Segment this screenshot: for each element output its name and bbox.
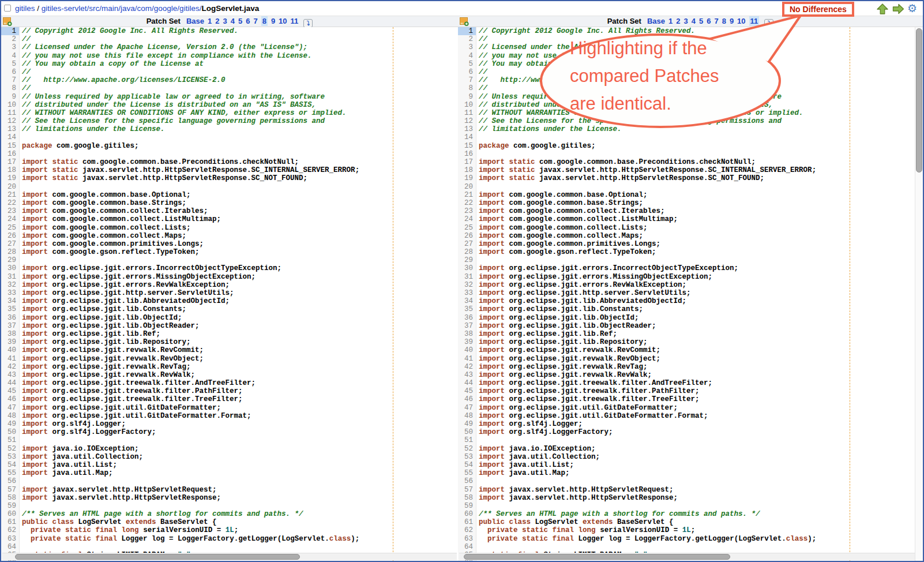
line-number[interactable]: 8 <box>458 84 476 92</box>
line-number[interactable]: 41 <box>1 355 20 363</box>
line-number[interactable]: 39 <box>1 338 20 346</box>
line-number[interactable]: 55 <box>458 469 476 477</box>
line-number[interactable]: 19 <box>1 174 20 182</box>
line-number[interactable]: 26 <box>458 232 476 240</box>
line-number[interactable]: 40 <box>1 346 20 354</box>
line-number[interactable]: 17 <box>458 158 476 166</box>
line-number[interactable]: 57 <box>1 486 20 494</box>
line-number[interactable]: 14 <box>1 133 20 141</box>
line-number[interactable]: 63 <box>1 535 20 543</box>
line-number[interactable]: 34 <box>458 297 476 305</box>
line-number[interactable]: 36 <box>458 314 476 322</box>
line-number[interactable]: 54 <box>1 461 20 469</box>
line-number[interactable]: 25 <box>1 224 20 232</box>
line-number[interactable]: 42 <box>1 363 20 371</box>
line-number[interactable]: 47 <box>1 404 20 412</box>
line-number[interactable]: 52 <box>1 445 20 453</box>
patch-set-link-10[interactable]: 10 <box>737 17 745 25</box>
line-number[interactable]: 22 <box>458 199 476 207</box>
download-patch-icon[interactable]: ⤵ <box>764 19 773 28</box>
line-number[interactable]: 36 <box>1 314 20 322</box>
line-number[interactable]: 1 <box>1 27 20 35</box>
line-number[interactable]: 29 <box>1 256 20 264</box>
line-number[interactable]: 20 <box>1 183 20 191</box>
patch-set-link-6[interactable]: 6 <box>707 17 711 25</box>
line-number[interactable]: 2 <box>458 35 476 43</box>
horizontal-scrollbar-left[interactable] <box>2 553 457 560</box>
line-number[interactable]: 9 <box>458 93 476 101</box>
line-number[interactable]: 11 <box>1 109 20 117</box>
line-number[interactable]: 21 <box>1 191 20 199</box>
patch-set-link-5[interactable]: 5 <box>699 17 703 25</box>
patch-set-link-base[interactable]: Base <box>186 17 204 25</box>
line-number[interactable]: 45 <box>1 387 20 395</box>
patch-set-link-11[interactable]: 11 <box>291 17 299 25</box>
line-number[interactable]: 44 <box>1 379 20 387</box>
line-number[interactable]: 52 <box>458 445 476 453</box>
line-number[interactable]: 10 <box>1 101 20 109</box>
patch-set-link-1[interactable]: 1 <box>668 17 673 25</box>
line-number[interactable]: 48 <box>458 412 476 420</box>
patch-set-link-7[interactable]: 7 <box>253 17 257 25</box>
line-number[interactable]: 55 <box>1 469 20 477</box>
patch-set-link-4[interactable]: 4 <box>692 17 696 25</box>
line-number[interactable]: 46 <box>1 395 20 403</box>
line-number[interactable]: 6 <box>1 68 20 76</box>
patch-set-link-3[interactable]: 3 <box>223 17 227 25</box>
line-number[interactable]: 51 <box>458 436 476 444</box>
line-number[interactable]: 33 <box>458 289 476 297</box>
line-number[interactable]: 2 <box>1 35 20 43</box>
line-number[interactable]: 49 <box>458 420 476 428</box>
line-number[interactable]: 6 <box>458 68 476 76</box>
line-number[interactable]: 58 <box>458 494 476 502</box>
line-number[interactable]: 9 <box>1 93 20 101</box>
line-number[interactable]: 30 <box>1 264 20 272</box>
line-number[interactable]: 53 <box>458 453 476 461</box>
patch-set-link-11[interactable]: 11 <box>749 16 760 26</box>
line-number[interactable]: 7 <box>1 76 20 84</box>
line-number[interactable]: 63 <box>458 535 476 543</box>
next-file-icon[interactable] <box>892 3 904 14</box>
line-number[interactable]: 27 <box>458 240 476 248</box>
patch-set-link-2[interactable]: 2 <box>215 17 219 25</box>
line-number[interactable]: 25 <box>458 224 476 232</box>
line-number[interactable]: 59 <box>458 502 476 510</box>
line-number[interactable]: 39 <box>458 338 476 346</box>
patch-set-link-7[interactable]: 7 <box>714 17 718 25</box>
line-number[interactable]: 61 <box>458 518 476 526</box>
horizontal-scrollbar-thumb[interactable] <box>464 554 730 560</box>
line-number[interactable]: 26 <box>1 232 20 240</box>
line-number[interactable]: 8 <box>1 84 20 92</box>
line-number[interactable]: 21 <box>458 191 476 199</box>
line-number[interactable]: 58 <box>1 494 20 502</box>
line-number[interactable]: 15 <box>1 142 20 150</box>
file-reviewed-checkbox[interactable] <box>4 5 11 12</box>
line-number[interactable]: 5 <box>1 60 20 68</box>
line-number[interactable]: 15 <box>458 142 476 150</box>
line-number[interactable]: 41 <box>458 355 476 363</box>
line-number[interactable]: 38 <box>1 330 20 338</box>
line-number[interactable]: 43 <box>1 371 20 379</box>
line-number[interactable]: 57 <box>458 486 476 494</box>
line-number[interactable]: 22 <box>1 199 20 207</box>
line-number[interactable]: 50 <box>458 428 476 436</box>
line-number[interactable]: 44 <box>458 379 476 387</box>
line-number[interactable]: 29 <box>458 256 476 264</box>
patch-set-link-base[interactable]: Base <box>647 17 665 25</box>
download-patch-icon[interactable]: ⤵ <box>303 19 313 28</box>
patch-set-link-1[interactable]: 1 <box>208 17 212 25</box>
line-number[interactable]: 40 <box>458 346 476 354</box>
line-number[interactable]: 56 <box>1 477 20 485</box>
line-number[interactable]: 59 <box>1 502 20 510</box>
line-number[interactable]: 19 <box>458 174 476 182</box>
line-number[interactable]: 23 <box>458 207 476 215</box>
line-number[interactable]: 47 <box>458 404 476 412</box>
vertical-scrollbar[interactable] <box>915 27 923 561</box>
line-number[interactable]: 64 <box>458 543 476 551</box>
line-number[interactable]: 53 <box>1 453 20 461</box>
previous-file-icon[interactable] <box>876 3 889 14</box>
line-number[interactable]: 23 <box>1 207 20 215</box>
line-number[interactable]: 38 <box>458 330 476 338</box>
line-number[interactable]: 5 <box>458 60 476 68</box>
line-number[interactable]: 35 <box>458 305 476 313</box>
